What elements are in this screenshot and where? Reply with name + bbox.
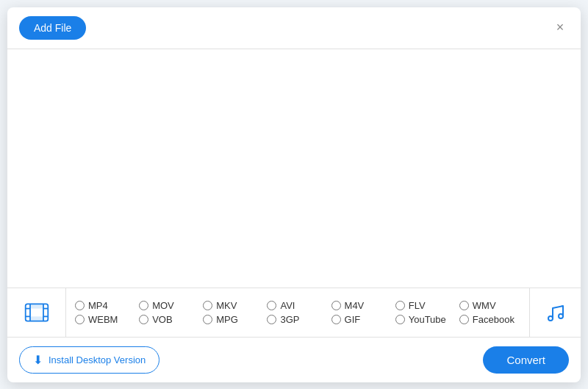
svg-point-9 — [548, 316, 553, 321]
close-button[interactable]: × — [551, 19, 569, 37]
format-option-webm[interactable]: WEBM — [75, 314, 136, 325]
format-label-wmv: WMV — [473, 300, 496, 311]
format-option-mpg[interactable]: MPG — [203, 314, 264, 325]
format-option-gif[interactable]: GIF — [331, 314, 392, 325]
format-label-flv: FLV — [409, 300, 426, 311]
format-label-webm: WEBM — [88, 314, 118, 325]
svg-point-10 — [559, 314, 563, 318]
format-label-mov: MOV — [152, 300, 174, 311]
format-label-mpg: MPG — [216, 314, 238, 325]
format-label-gif: GIF — [345, 314, 361, 325]
format-option-wmv[interactable]: WMV — [459, 300, 520, 311]
format-option-flv[interactable]: FLV — [395, 300, 456, 311]
add-file-button[interactable]: Add File — [19, 16, 86, 40]
format-option-youtube[interactable]: YouTube — [395, 314, 456, 325]
format-option-m4v[interactable]: M4V — [331, 300, 392, 311]
format-option-vob[interactable]: VOB — [139, 314, 200, 325]
film-icon — [24, 299, 50, 326]
format-label-mp4: MP4 — [88, 300, 108, 311]
download-icon: ⬇ — [33, 353, 43, 367]
format-option-mp4[interactable]: MP4 — [75, 300, 136, 311]
format-label-3gp: 3GP — [280, 314, 299, 325]
header: Add File × — [7, 7, 581, 49]
audio-format-section[interactable] — [529, 288, 581, 338]
drop-area — [7, 49, 581, 288]
format-label-m4v: M4V — [345, 300, 365, 311]
music-note-icon — [544, 301, 567, 324]
format-option-3gp[interactable]: 3GP — [267, 314, 328, 325]
install-label: Install Desktop Version — [49, 354, 146, 365]
format-option-mkv[interactable]: MKV — [203, 300, 264, 311]
format-label-mkv: MKV — [216, 300, 237, 311]
convert-button[interactable]: Convert — [483, 346, 569, 374]
svg-rect-7 — [30, 304, 43, 308]
format-option-avi[interactable]: AVI — [267, 300, 328, 311]
svg-rect-8 — [30, 316, 43, 321]
install-desktop-button[interactable]: ⬇ Install Desktop Version — [19, 346, 159, 374]
format-label-facebook: Facebook — [473, 314, 514, 325]
format-label-avi: AVI — [280, 300, 295, 311]
format-option-facebook[interactable]: Facebook — [459, 314, 520, 325]
format-label-vob: VOB — [152, 314, 172, 325]
format-option-mov[interactable]: MOV — [139, 300, 200, 311]
app-window: Add File × MP4 — [7, 7, 581, 382]
format-label-youtube: YouTube — [409, 314, 446, 325]
format-bar: MP4 MOV MKV AVI M4V FLV — [7, 288, 581, 338]
video-format-section[interactable] — [7, 288, 66, 338]
footer: ⬇ Install Desktop Version Convert — [7, 338, 581, 382]
format-options-grid: MP4 MOV MKV AVI M4V FLV — [66, 294, 529, 331]
